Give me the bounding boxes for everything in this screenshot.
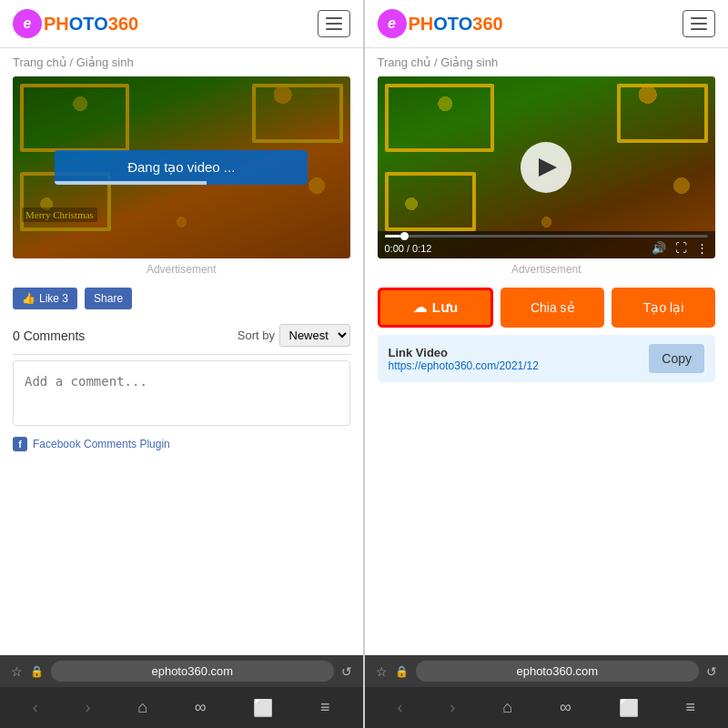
right-menu-icon[interactable]: ≡ [686,698,696,717]
right-tabs-icon[interactable]: ∞ [560,698,571,717]
logo-text-left: PHOTO360 [44,14,138,35]
breadcrumb-current-left[interactable]: Giảng sinh [76,56,134,69]
breadcrumb-current-right[interactable]: Giảng sinh [440,56,498,69]
video-time: 0:00 / 0:12 [385,243,432,254]
like-label: Like 3 [39,292,68,305]
share-button[interactable]: Share [85,288,132,309]
chia-se-button[interactable]: Chia sẻ [500,288,604,328]
video-progress-fill [385,235,401,238]
right-browser-bar: ☆ 🔒 ephoto360.com ↺ ‹ › ⌂ ∞ ⬜ ≡ [365,655,729,728]
comments-count: 0 Comments [13,329,85,343]
fb-comments-plugin: f Facebook Comments Plugin [13,437,350,451]
fullscreen-icon[interactable]: ⛶ [675,241,687,255]
right-menu-line-2 [691,23,707,25]
luu-button[interactable]: ☁ Lưu [378,288,494,328]
thumbs-up-icon: 👍 [22,292,35,305]
link-video-url[interactable]: https://ephoto360.com/2021/12 [389,359,539,372]
left-pages-icon[interactable]: ⬜ [253,698,273,718]
right-logo: e PHOTO360 [378,9,503,38]
processing-text: Đang tạo video ... [127,159,235,175]
right-browser-nav: ‹ › ⌂ ∞ ⬜ ≡ [365,687,729,728]
play-button-overlay[interactable] [521,142,571,193]
logo-e-left: e [24,15,32,32]
right-pages-icon[interactable]: ⬜ [619,698,639,718]
left-breadcrumb: Trang chủ / Giảng sinh [0,48,363,76]
right-star-icon[interactable]: ☆ [376,664,388,679]
left-home-icon[interactable]: ⌂ [137,698,147,717]
left-forward-icon[interactable]: › [86,698,91,717]
logo-e-right: e [388,15,396,32]
video-icons: 🔊 ⛶ ⋮ [652,241,708,255]
right-lock-icon: 🔒 [395,665,409,678]
video-progress-dot [400,232,409,240]
left-ad-label: Advertisement [0,258,363,280]
comments-section: 0 Comments Sort by Newest f Facebook Com… [0,317,363,459]
right-reload-icon[interactable]: ↺ [706,664,717,679]
sort-select[interactable]: Newest [279,324,350,347]
right-media-area: 0:00 / 0:12 🔊 ⛶ ⋮ [378,76,716,258]
right-home-icon[interactable]: ⌂ [502,698,512,717]
processing-bar-container: Đang tạo video ... [55,150,308,185]
video-progress-bar[interactable] [385,235,709,238]
right-url-display[interactable]: ephoto360.com [416,661,700,682]
fb-plugin-label: Facebook Comments Plugin [33,438,170,450]
menu-line-2 [326,23,342,25]
breadcrumb-home-left[interactable]: Trang chủ [13,56,66,69]
processing-overlay: Đang tạo video ... [13,76,350,258]
sort-by-container: Sort by Newest [238,324,350,347]
left-menu-icon[interactable]: ≡ [320,698,330,717]
right-frame-top-right [617,84,708,143]
menu-line-1 [326,17,342,19]
right-frame-top-left [385,84,494,152]
right-screen: e PHOTO360 Trang chủ / Giảng sinh [365,0,729,728]
logo-circle-right: e [378,9,407,38]
menu-line-3 [326,28,342,30]
right-back-icon[interactable]: ‹ [397,698,402,717]
right-menu-line-1 [691,17,707,19]
comments-header: 0 Comments Sort by Newest [13,324,350,347]
link-video-info: Link Video https://ephoto360.com/2021/12 [389,346,539,372]
right-frame-bottom-left [385,172,476,231]
chia-se-label: Chia sẻ [531,300,575,315]
play-triangle-icon [539,158,557,177]
link-video-label: Link Video [389,346,539,359]
video-controls: 0:00 / 0:12 🔊 ⛶ ⋮ [378,231,716,258]
right-url-bar: ☆ 🔒 ephoto360.com ↺ [365,655,729,687]
fb-icon: f [13,437,27,451]
left-reload-icon[interactable]: ↺ [341,664,352,679]
luu-label: Lưu [432,299,458,316]
breadcrumb-home-right[interactable]: Trang chủ [378,56,431,69]
right-menu-button[interactable] [682,10,715,37]
processing-bar [55,181,207,185]
like-button[interactable]: 👍 Like 3 [13,288,77,309]
right-ad-label: Advertisement [365,258,729,280]
right-menu-line-3 [691,28,707,30]
breadcrumb-sep-right: / [434,56,438,69]
tao-lai-button[interactable]: Tạo lại [612,288,715,328]
cloud-upload-icon: ☁ [413,299,427,316]
left-menu-button[interactable] [318,10,350,37]
left-media-area: Merry Christmas Đang tạo video ... [13,76,350,258]
comment-input[interactable] [13,360,350,426]
tao-lai-label: Tạo lại [643,300,683,315]
left-tabs-icon[interactable]: ∞ [195,698,207,717]
sort-by-label: Sort by [238,329,275,342]
left-browser-nav: ‹ › ⌂ ∞ ⬜ ≡ [0,687,363,728]
share-label: Share [94,292,123,305]
right-header: e PHOTO360 [365,0,729,48]
left-back-icon[interactable]: ‹ [33,698,38,717]
volume-icon[interactable]: 🔊 [652,241,666,255]
right-forward-icon[interactable]: › [450,698,455,717]
logo-text-right: PHOTO360 [409,14,503,35]
action-buttons: ☁ Lưu Chia sẻ Tạo lại [365,280,729,335]
left-header: e PHOTO360 [0,0,363,48]
video-bottom-controls: 0:00 / 0:12 🔊 ⛶ ⋮ [385,241,709,255]
comments-divider [13,354,350,355]
left-star-icon[interactable]: ☆ [11,664,23,679]
more-options-icon[interactable]: ⋮ [696,241,708,255]
right-breadcrumb: Trang chủ / Giảng sinh [365,48,729,76]
left-url-display[interactable]: ephoto360.com [51,661,334,682]
copy-label: Copy [662,351,692,366]
copy-button[interactable]: Copy [649,344,704,373]
left-screen: e PHOTO360 Trang chủ / Giảng sinh [0,0,364,728]
